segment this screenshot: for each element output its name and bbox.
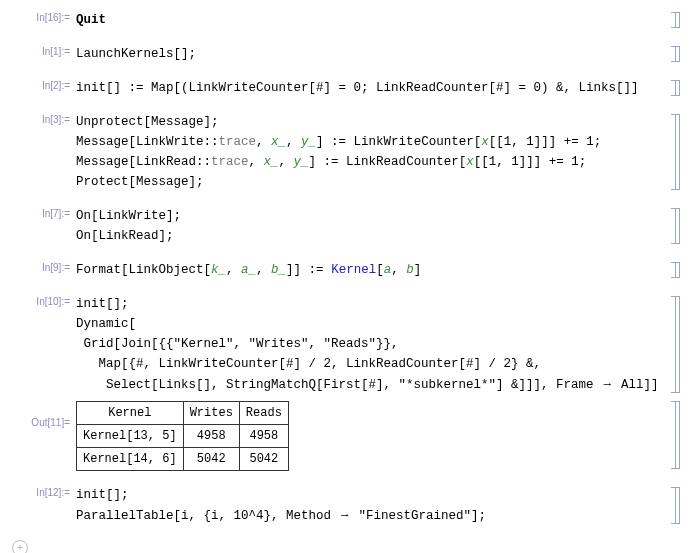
- code-line: init[] := Map[(LinkWriteCounter[#] = 0; …: [76, 78, 668, 98]
- cell-label: In[9]:=: [8, 260, 76, 273]
- code-line: Protect[Message];: [76, 172, 668, 192]
- code-content[interactable]: init[]; ParallelTable[i, {i, 10^4}, Meth…: [76, 485, 668, 526]
- cell-label: In[1]:=: [8, 44, 76, 57]
- code-line: Message[LinkWrite::trace, x_, y_] := Lin…: [76, 132, 668, 152]
- cell-label: In[7]:=: [8, 206, 76, 219]
- code-content[interactable]: init[] := Map[(LinkWriteCounter[#] = 0; …: [76, 78, 668, 98]
- code-line: On[LinkRead];: [76, 226, 668, 246]
- output-content: Kernel Writes Reads Kernel[13, 5] 4958 4…: [76, 399, 668, 471]
- code-line: Dynamic[: [76, 314, 668, 334]
- cell-bracket[interactable]: [668, 260, 682, 280]
- cell-bracket[interactable]: [668, 485, 682, 526]
- code-line: Select[Links[], StringMatchQ[First[#], "…: [76, 374, 668, 395]
- cell-label: In[2]:=: [8, 78, 76, 91]
- cell-value: 5042: [183, 448, 239, 471]
- cell-in-9[interactable]: In[9]:= Format[LinkObject[k_, a_, b_]] :…: [8, 260, 682, 280]
- code-content[interactable]: LaunchKernels[];: [76, 44, 668, 64]
- code-line: init[];: [76, 485, 668, 505]
- cell-in-16[interactable]: In[16]:= Quit: [8, 10, 682, 30]
- code-line: On[LinkWrite];: [76, 206, 668, 226]
- code-line: Message[LinkRead::trace, x_, y_] := Link…: [76, 152, 668, 172]
- cell-label: In[16]:=: [8, 10, 76, 23]
- column-header: Writes: [183, 402, 239, 425]
- code-token: Quit: [76, 13, 106, 27]
- cell-value: 4958: [239, 425, 288, 448]
- code-line: init[];: [76, 294, 668, 314]
- code-content[interactable]: init[]; Dynamic[ Grid[Join[{{"Kernel", "…: [76, 294, 668, 395]
- code-content[interactable]: Format[LinkObject[k_, a_, b_]] := Kernel…: [76, 260, 668, 280]
- cell-value: Kernel[14, 6]: [77, 448, 184, 471]
- cell-in-12[interactable]: In[12]:= init[]; ParallelTable[i, {i, 10…: [8, 485, 682, 526]
- code-line: Map[{#, LinkWriteCounter[#] / 2, LinkRea…: [76, 354, 668, 374]
- cell-label: In[3]:=: [8, 112, 76, 125]
- cell-bracket[interactable]: [668, 44, 682, 64]
- code-line: LaunchKernels[];: [76, 44, 668, 64]
- cell-value: 5042: [239, 448, 288, 471]
- cell-value: Kernel[13, 5]: [77, 425, 184, 448]
- cell-bracket[interactable]: [668, 78, 682, 98]
- table-row: Kernel Writes Reads: [77, 402, 289, 425]
- cell-bracket[interactable]: [668, 294, 682, 395]
- code-line: Unprotect[Message];: [76, 112, 668, 132]
- code-content[interactable]: Unprotect[Message]; Message[LinkWrite::t…: [76, 112, 668, 192]
- cell-in-3[interactable]: In[3]:= Unprotect[Message]; Message[Link…: [8, 112, 682, 192]
- column-header: Reads: [239, 402, 288, 425]
- cell-out-11: Out[11]= Kernel Writes Reads Kernel[13, …: [8, 399, 682, 471]
- cell-bracket[interactable]: [668, 112, 682, 192]
- code-line: ParallelTable[i, {i, 10^4}, Method → "Fi…: [76, 505, 668, 526]
- code-line: Grid[Join[{{"Kernel", "Writes", "Reads"}…: [76, 334, 668, 354]
- table-row: Kernel[14, 6] 5042 5042: [77, 448, 289, 471]
- code-content[interactable]: On[LinkWrite]; On[LinkRead];: [76, 206, 668, 246]
- code-line: Format[LinkObject[k_, a_, b_]] := Kernel…: [76, 260, 668, 280]
- cell-label: Out[11]=: [8, 399, 76, 428]
- cell-in-2[interactable]: In[2]:= init[] := Map[(LinkWriteCounter[…: [8, 78, 682, 98]
- cell-bracket[interactable]: [668, 206, 682, 246]
- cell-in-1[interactable]: In[1]:= LaunchKernels[];: [8, 44, 682, 64]
- cell-bracket[interactable]: [668, 10, 682, 30]
- output-grid: Kernel Writes Reads Kernel[13, 5] 4958 4…: [76, 401, 289, 471]
- cell-bracket[interactable]: [668, 399, 682, 471]
- cell-in-7[interactable]: In[7]:= On[LinkWrite]; On[LinkRead];: [8, 206, 682, 246]
- plus-icon: +: [12, 540, 28, 553]
- new-cell-button[interactable]: +: [8, 540, 682, 553]
- cell-in-10[interactable]: In[10]:= init[]; Dynamic[ Grid[Join[{{"K…: [8, 294, 682, 395]
- cell-label: In[12]:=: [8, 485, 76, 498]
- cell-value: 4958: [183, 425, 239, 448]
- column-header: Kernel: [77, 402, 184, 425]
- code-content[interactable]: Quit: [76, 10, 668, 30]
- cell-label: In[10]:=: [8, 294, 76, 307]
- table-row: Kernel[13, 5] 4958 4958: [77, 425, 289, 448]
